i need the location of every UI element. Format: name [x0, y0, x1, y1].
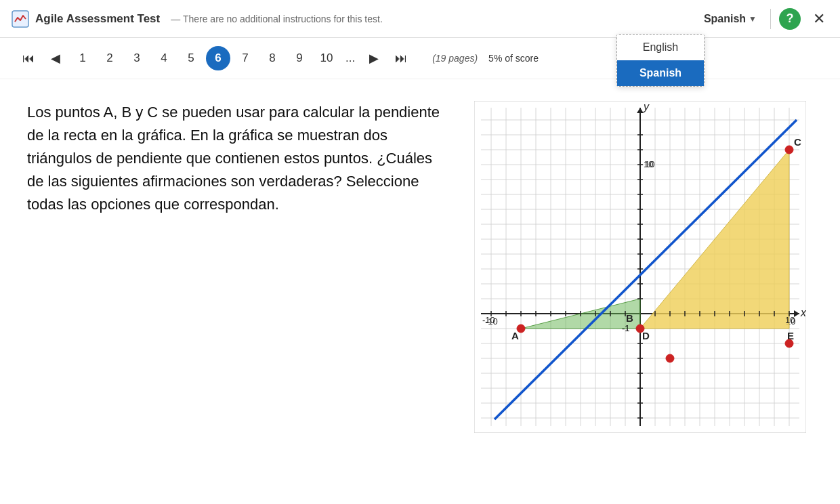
page-6[interactable]: 6 — [206, 46, 230, 70]
score-info: 5% of score — [488, 53, 539, 64]
question-text: Los puntos A, B y C se pueden usar para … — [27, 101, 447, 216]
help-button[interactable]: ? — [779, 8, 801, 30]
svg-point-109 — [666, 354, 674, 362]
svg-text:-10: -10 — [482, 315, 495, 325]
language-dropdown: English Spanish — [616, 34, 705, 87]
header: Agile Assessment Test — There are no add… — [0, 0, 840, 38]
logo-icon — [11, 9, 30, 28]
language-label: Spanish — [704, 13, 746, 25]
page-ellipsis: ... — [341, 51, 359, 65]
header-subtitle: — There are no additional instructions f… — [171, 14, 383, 24]
svg-text:y: y — [643, 101, 650, 112]
last-page-button[interactable]: ⏭ — [389, 46, 413, 70]
prev-page-button[interactable]: ◀ — [43, 46, 68, 70]
page-8[interactable]: 8 — [260, 46, 285, 70]
page-info: (19 pages) — [432, 53, 478, 64]
page-5[interactable]: 5 — [179, 46, 203, 70]
lang-option-english[interactable]: English — [617, 35, 704, 60]
next-page-button[interactable]: ▶ — [362, 46, 386, 70]
graph-container: x y -10 10 10 -1 — [474, 101, 806, 433]
pagination-bar: ⏮ ◀ 1 2 3 4 5 6 7 8 9 10 ... ▶ ⏭ (19 pag… — [0, 38, 840, 79]
svg-text:A: A — [511, 330, 519, 341]
svg-point-108 — [517, 324, 525, 333]
app-title: Agile Assessment Test — [35, 12, 160, 26]
svg-text:x: x — [800, 307, 806, 318]
page-4[interactable]: 4 — [152, 46, 176, 70]
svg-point-106 — [785, 146, 793, 154]
close-button[interactable]: ✕ — [809, 9, 829, 29]
svg-text:-1: -1 — [622, 323, 630, 333]
svg-text:D: D — [642, 330, 650, 341]
help-icon: ? — [786, 12, 794, 26]
lang-option-spanish[interactable]: Spanish — [617, 60, 704, 86]
svg-text:C: C — [794, 136, 801, 148]
svg-point-107 — [636, 324, 644, 333]
language-button[interactable]: Spanish ▼ — [698, 10, 762, 28]
page-3[interactable]: 3 — [125, 46, 149, 70]
page-10[interactable]: 10 — [314, 46, 339, 70]
svg-text:B: B — [626, 312, 633, 324]
app-logo: Agile Assessment Test — There are no add… — [11, 9, 383, 28]
page-1[interactable]: 1 — [70, 46, 95, 70]
chevron-down-icon: ▼ — [749, 14, 757, 24]
page-9[interactable]: 9 — [287, 46, 312, 70]
svg-point-110 — [785, 339, 793, 348]
svg-text:10: 10 — [785, 315, 795, 325]
coordinate-graph: x y -10 10 10 -1 — [474, 101, 806, 433]
svg-text:10: 10 — [645, 159, 654, 169]
main-content: Los puntos A, B y C se pueden usar para … — [0, 79, 840, 502]
header-right: Spanish ▼ English Spanish ? ✕ — [698, 8, 829, 30]
first-page-button[interactable]: ⏮ — [16, 46, 41, 70]
page-7[interactable]: 7 — [233, 46, 257, 70]
close-icon: ✕ — [813, 10, 825, 27]
header-separator — [770, 9, 771, 29]
page-2[interactable]: 2 — [98, 46, 122, 70]
